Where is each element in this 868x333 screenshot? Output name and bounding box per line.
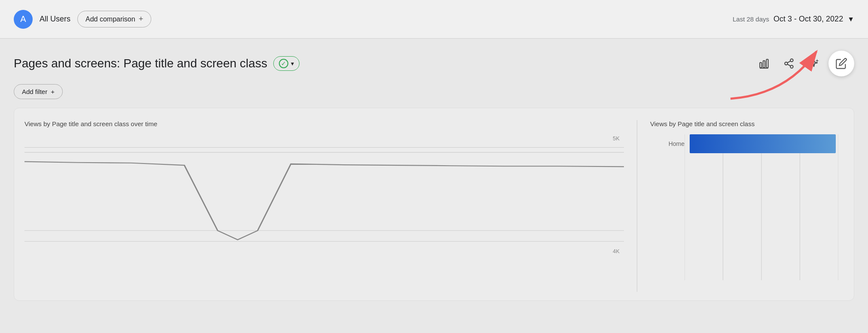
grid-line-top (24, 147, 624, 148)
svg-rect-1 (763, 61, 765, 68)
add-comparison-button[interactable]: Add comparison + (77, 11, 151, 27)
page-header: Pages and screens: Page title and screen… (14, 51, 854, 76)
verified-badge[interactable]: ✓ ▾ (273, 56, 300, 71)
grid-line-mid (24, 241, 624, 242)
svg-point-6 (790, 65, 793, 68)
svg-line-8 (787, 61, 790, 63)
page-title-row: Pages and screens: Page title and screen… (14, 56, 300, 71)
avatar: A (14, 10, 33, 29)
sparkle-icon (808, 58, 819, 69)
sparkle-button[interactable] (804, 53, 824, 74)
add-comparison-plus-icon: + (139, 15, 144, 24)
share-icon (783, 58, 795, 69)
svg-point-4 (790, 59, 793, 62)
chart-right: Views by Page title and screen class Hom… (637, 120, 844, 292)
date-range: Oct 3 - Oct 30, 2022 (773, 15, 843, 24)
date-prefix: Last 28 days (733, 15, 769, 23)
svg-line-7 (787, 64, 790, 66)
toolbar-icons (754, 51, 854, 76)
top-bar: A All Users Add comparison + Last 28 day… (0, 0, 868, 39)
badge-dropdown-icon: ▾ (291, 60, 294, 67)
bar-chart-area: Home (650, 134, 844, 280)
chart-right-title: Views by Page title and screen class (650, 120, 844, 127)
bar-row-home: Home (650, 134, 844, 153)
date-dropdown-icon[interactable]: ▼ (847, 15, 854, 23)
bar-fill-home (690, 134, 836, 153)
edit-button[interactable] (828, 51, 854, 76)
add-comparison-label: Add comparison (86, 15, 135, 23)
bar-track-home (690, 134, 844, 153)
page-title: Pages and screens: Page title and screen… (14, 57, 267, 70)
add-filter-label: Add filter (22, 88, 47, 95)
svg-rect-0 (760, 63, 761, 68)
y-label-5k: 5K (613, 135, 620, 142)
top-left: A All Users Add comparison + (14, 10, 151, 29)
add-filter-button[interactable]: Add filter + (14, 84, 63, 99)
bar-grid-svg (685, 134, 838, 280)
line-chart-svg (24, 139, 624, 267)
chart-left: Views by Page title and screen class ove… (24, 120, 637, 292)
edit-icon (835, 58, 847, 70)
bar-label-home: Home (650, 140, 685, 147)
share-button[interactable] (779, 53, 799, 74)
check-circle-icon: ✓ (279, 59, 288, 68)
all-users-label: All Users (40, 15, 70, 24)
line-chart-area: 5K 4K (24, 134, 624, 280)
chart-card: Views by Page title and screen class ove… (14, 108, 854, 301)
y-label-4k: 4K (613, 248, 620, 254)
chart-icon (758, 58, 770, 69)
chart-type-button[interactable] (754, 53, 774, 74)
add-filter-plus-icon: + (51, 88, 55, 95)
chart-left-title: Views by Page title and screen class ove… (24, 120, 624, 127)
top-right: Last 28 days Oct 3 - Oct 30, 2022 ▼ (733, 15, 854, 24)
main-content: Pages and screens: Page title and screen… (0, 39, 868, 309)
svg-rect-2 (766, 59, 768, 68)
svg-point-5 (785, 62, 788, 65)
